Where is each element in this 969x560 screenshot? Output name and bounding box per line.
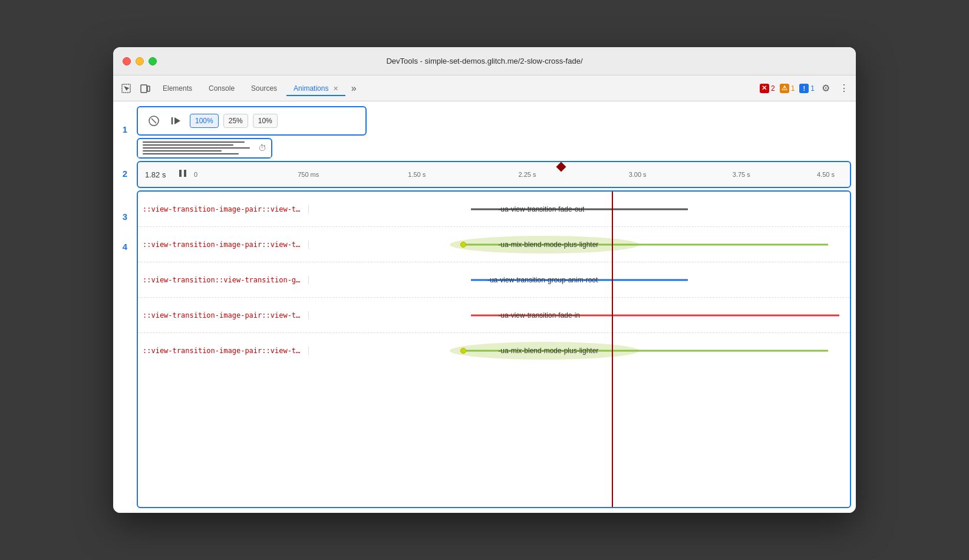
timeline-ruler: 1.82 s 0 750 ms 1.50 s 2.25 s 3.00 s <box>137 161 851 188</box>
group-item[interactable]: ⏱ <box>138 139 271 157</box>
anim-name-5: -ua-mix-blend-mode-plus-lighter <box>498 347 598 355</box>
speed-25-button[interactable]: 25% <box>223 114 248 128</box>
annotation-4: 4 <box>113 232 137 415</box>
ruler: 0 750 ms 1.50 s 2.25 s 3.00 s 3.75 s 4.5… <box>194 166 843 183</box>
anim-label-3: ::view-transition::view-transition-gro <box>138 276 309 284</box>
settings-icon[interactable]: ⚙ <box>819 80 832 96</box>
ruler-label-375: 3.75 s <box>733 171 750 178</box>
ruler-label-150: 1.50 s <box>408 171 426 178</box>
warning-count[interactable]: ⚠ 1 <box>780 84 795 93</box>
group-lines <box>143 141 256 154</box>
svg-rect-7 <box>179 170 182 177</box>
ruler-label-300: 3.00 s <box>629 171 647 178</box>
maximize-button[interactable] <box>149 57 157 65</box>
clear-button[interactable] <box>145 112 163 130</box>
inspect-icon[interactable] <box>118 80 134 97</box>
more-tabs-icon[interactable]: » <box>348 81 360 96</box>
warning-icon: ⚠ <box>780 84 789 93</box>
tab-elements[interactable]: Elements <box>156 81 199 96</box>
toolbar-right: ✕ 2 ⚠ 1 ! 1 ⚙ ⋮ <box>760 80 851 96</box>
tab-sources[interactable]: Sources <box>244 81 284 96</box>
window-controls <box>123 57 157 65</box>
devtools-panel: Elements Console Sources Animations ✕ » … <box>113 75 856 513</box>
anim-track-3: -ua-view-transition-group-anim-root <box>309 262 850 297</box>
anim-label-2: ::view-transition-image-pair::view-tra <box>138 241 309 249</box>
anim-row-2: ::view-transition-image-pair::view-tra -… <box>138 227 850 262</box>
anim-label-1: ::view-transition-image-pair::view-tra <box>138 205 309 213</box>
anim-row-3: ::view-transition::view-transition-gro -… <box>138 262 850 298</box>
annotation-1: 1 <box>113 112 137 146</box>
animation-controls: 100% 25% 10% <box>137 106 367 136</box>
ruler-label-750: 750 ms <box>298 171 319 178</box>
main-content: 1 2 3 4 <box>113 101 856 513</box>
anim-name-4: -ua-view-transition-fade-in <box>498 311 580 319</box>
ruler-label-225: 2.25 s <box>519 171 536 178</box>
tab-animations[interactable]: Animations ✕ <box>286 81 345 96</box>
anim-row-4: ::view-transition-image-pair::view-tra -… <box>138 298 850 333</box>
svg-rect-8 <box>184 170 186 177</box>
speed-10-button[interactable]: 10% <box>253 114 278 128</box>
svg-rect-1 <box>141 85 147 93</box>
annotation-column: 1 2 3 4 <box>113 101 137 513</box>
tab-close-icon[interactable]: ✕ <box>333 85 338 92</box>
error-icon: ✕ <box>760 84 769 93</box>
current-time: 1.82 s <box>145 170 177 179</box>
error-count[interactable]: ✕ 2 <box>760 84 775 93</box>
anim-name-2: -ua-mix-blend-mode-plus-lighter <box>498 241 598 249</box>
annotation-3: 3 <box>113 200 137 232</box>
annotation-2: 2 <box>113 146 137 200</box>
anim-track-5: -ua-mix-blend-mode-plus-lighter <box>309 333 850 368</box>
ruler-label-450: 4.50 s <box>817 171 835 178</box>
play-button[interactable] <box>167 112 185 130</box>
speed-100-button[interactable]: 100% <box>190 114 219 128</box>
anim-row-5: ::view-transition-image-pair::view-tra -… <box>138 333 850 368</box>
anim-label-4: ::view-transition-image-pair::view-tra <box>138 311 309 319</box>
info-count[interactable]: ! 1 <box>799 84 815 93</box>
panels-wrapper: 100% 25% 10% ⏱ <box>137 101 856 513</box>
svg-line-4 <box>151 118 156 123</box>
anim-name-1: -ua-view-transition-fade-out <box>498 205 584 213</box>
more-menu-icon[interactable]: ⋮ <box>837 80 851 96</box>
svg-rect-2 <box>147 86 150 91</box>
device-icon[interactable] <box>137 80 153 97</box>
dot-2 <box>460 242 466 248</box>
close-button[interactable] <box>123 57 131 65</box>
devtools-window: DevTools - simple-set-demos.glitch.me/2-… <box>113 47 856 513</box>
anim-row-1: ::view-transition-image-pair::view-tra -… <box>138 192 850 227</box>
anim-track-2: -ua-mix-blend-mode-plus-lighter <box>309 227 850 262</box>
anim-track-1: -ua-view-transition-fade-out <box>309 192 850 226</box>
animation-groups: ⏱ <box>137 138 272 159</box>
anim-name-3: -ua-view-transition-group-anim-root <box>487 276 598 284</box>
info-icon: ! <box>799 84 809 93</box>
anim-track-4: -ua-view-transition-fade-in <box>309 298 850 332</box>
pause-icon[interactable] <box>177 168 188 181</box>
clock-icon: ⏱ <box>258 143 266 153</box>
dot-5 <box>460 348 466 354</box>
window-title: DevTools - simple-set-demos.glitch.me/2-… <box>386 57 582 65</box>
minimize-button[interactable] <box>136 57 144 65</box>
anim-label-5: ::view-transition-image-pair::view-tra <box>138 347 309 355</box>
ruler-label-0: 0 <box>194 171 197 178</box>
title-bar: DevTools - simple-set-demos.glitch.me/2-… <box>113 47 856 75</box>
toolbar: Elements Console Sources Animations ✕ » … <box>113 75 856 101</box>
scrubber-marker[interactable] <box>556 162 566 172</box>
svg-marker-5 <box>174 117 180 124</box>
animation-rows: ::view-transition-image-pair::view-tra -… <box>137 190 851 508</box>
tab-console[interactable]: Console <box>202 81 242 96</box>
